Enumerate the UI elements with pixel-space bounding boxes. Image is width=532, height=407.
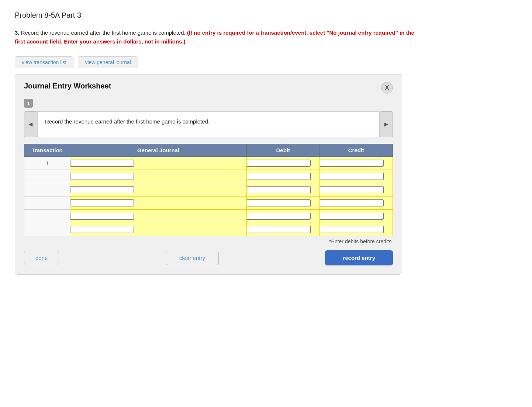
step-indicator: 1 — [24, 99, 33, 108]
credit-input-cell[interactable] — [319, 170, 393, 183]
credit-input-cell[interactable] — [319, 223, 393, 236]
page-title: Problem 8-5A Part 3 — [15, 11, 517, 20]
debit-input-cell[interactable] — [246, 157, 319, 170]
debit-input[interactable] — [247, 226, 311, 233]
table-header-row: Transaction General Journal Debit Credit — [24, 144, 393, 157]
footer-row: done clear entry record entry — [24, 250, 393, 265]
journal-input-cell[interactable] — [70, 223, 246, 236]
credit-input-cell[interactable] — [319, 196, 393, 210]
journal-input-cell[interactable] — [70, 183, 246, 196]
credit-input[interactable] — [320, 226, 384, 233]
journal-input-cell[interactable] — [70, 170, 246, 183]
debit-input[interactable] — [247, 173, 311, 180]
debit-input[interactable] — [247, 186, 311, 193]
credit-input[interactable] — [320, 186, 384, 193]
debit-input-cell[interactable] — [246, 210, 319, 223]
clear-entry-button[interactable]: clear entry — [166, 251, 219, 265]
table-row — [24, 196, 393, 210]
worksheet-title: Journal Entry Worksheet — [24, 82, 111, 90]
prev-nav-button[interactable]: ◄ — [24, 111, 37, 137]
description-box: Record the revenue earned after the firs… — [37, 111, 380, 137]
credit-input[interactable] — [320, 173, 384, 180]
top-button-row: view transaction list view general journ… — [15, 56, 517, 68]
view-general-journal-button[interactable]: view general journal — [78, 56, 138, 68]
debit-input-cell[interactable] — [246, 183, 319, 196]
done-button[interactable]: done — [24, 251, 59, 265]
worksheet-container: Journal Entry Worksheet X 1 ◄ Record the… — [15, 74, 402, 275]
col-transaction: Transaction — [24, 144, 70, 157]
journal-input[interactable] — [70, 160, 134, 167]
record-entry-button[interactable]: record entry — [325, 250, 393, 265]
debit-input[interactable] — [247, 199, 311, 206]
journal-input-cell[interactable] — [70, 196, 246, 210]
transaction-cell — [24, 223, 70, 236]
transaction-cell: 1 — [24, 157, 70, 170]
col-general-journal: General Journal — [70, 144, 246, 157]
note-text: *Enter debits before credits — [24, 239, 393, 244]
table-row — [24, 223, 393, 236]
table-row — [24, 183, 393, 196]
transaction-cell — [24, 196, 70, 210]
credit-input[interactable] — [320, 213, 384, 220]
next-nav-button[interactable]: ► — [380, 111, 393, 137]
journal-table: Transaction General Journal Debit Credit… — [24, 144, 393, 236]
journal-input[interactable] — [70, 199, 134, 206]
debit-input[interactable] — [247, 213, 311, 220]
journal-input[interactable] — [70, 213, 134, 220]
close-button[interactable]: X — [381, 82, 393, 94]
journal-input-cell[interactable] — [70, 210, 246, 223]
credit-input-cell[interactable] — [319, 157, 393, 170]
col-credit: Credit — [319, 144, 393, 157]
problem-number: 3. — [15, 29, 20, 36]
table-row — [24, 170, 393, 183]
debit-input-cell[interactable] — [246, 170, 319, 183]
debit-input[interactable] — [247, 160, 311, 167]
worksheet-header: Journal Entry Worksheet X — [24, 82, 393, 94]
credit-input-cell[interactable] — [319, 210, 393, 223]
problem-statement: 3. Record the revenue earned after the f… — [15, 28, 421, 46]
problem-main-text: Record the revenue earned after the firs… — [21, 29, 186, 36]
table-row: 1 — [24, 157, 393, 170]
description-row: ◄ Record the revenue earned after the fi… — [24, 111, 393, 137]
journal-input[interactable] — [70, 186, 134, 193]
journal-input[interactable] — [70, 173, 134, 180]
journal-input[interactable] — [70, 226, 134, 233]
table-row — [24, 210, 393, 223]
journal-input-cell[interactable] — [70, 157, 246, 170]
col-debit: Debit — [246, 144, 319, 157]
transaction-cell — [24, 210, 70, 223]
credit-input[interactable] — [320, 160, 384, 167]
debit-input-cell[interactable] — [246, 223, 319, 236]
debit-input-cell[interactable] — [246, 196, 319, 210]
transaction-cell — [24, 170, 70, 183]
transaction-cell — [24, 183, 70, 196]
credit-input-cell[interactable] — [319, 183, 393, 196]
view-transaction-list-button[interactable]: view transaction list — [15, 56, 73, 68]
credit-input[interactable] — [320, 199, 384, 206]
